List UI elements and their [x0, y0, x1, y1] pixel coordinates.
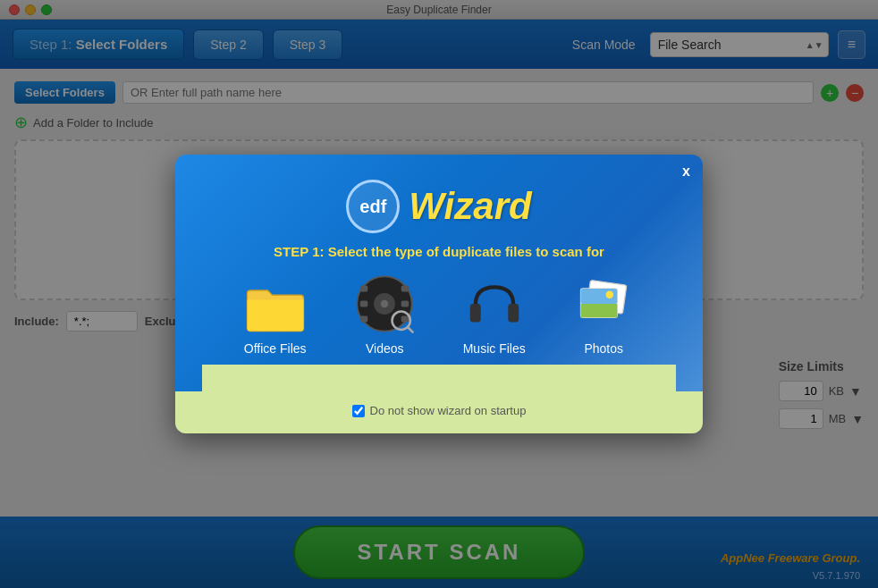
wizard-close-button[interactable]: x: [682, 164, 690, 180]
wizard-step-description: Select the type of duplicate files to sc…: [328, 244, 604, 259]
office-files-option[interactable]: Office Files: [244, 284, 307, 356]
modal-overlay: x edf Wizard STEP 1: Select the type of …: [0, 0, 878, 588]
svg-line-10: [408, 327, 414, 333]
svg-rect-4: [360, 301, 368, 307]
no-show-wizard-label[interactable]: Do not show wizard on startup: [352, 404, 527, 417]
wizard-title: Wizard: [409, 185, 531, 228]
photos-option[interactable]: Photos: [573, 273, 634, 356]
headphones-icon: [464, 273, 525, 334]
music-files-label: Music Files: [463, 341, 526, 356]
wizard-logo: edf: [346, 180, 400, 233]
svg-rect-8: [401, 316, 409, 323]
music-files-option[interactable]: Music Files: [463, 273, 526, 356]
folder-icon: [244, 284, 307, 334]
svg-rect-16: [581, 304, 618, 317]
svg-rect-12: [508, 304, 519, 322]
photos-label: Photos: [584, 341, 623, 356]
videos-label: Videos: [366, 341, 404, 356]
wizard-icons-row: Office Files: [202, 273, 676, 365]
no-show-wizard-text: Do not show wizard on startup: [370, 404, 527, 417]
no-show-wizard-checkbox[interactable]: [352, 405, 365, 417]
svg-rect-6: [401, 286, 409, 292]
svg-rect-7: [401, 301, 409, 307]
wizard-step-text: STEP 1: Select the type of duplicate fil…: [202, 244, 676, 259]
wizard-dialog: x edf Wizard STEP 1: Select the type of …: [175, 155, 703, 433]
svg-rect-11: [470, 304, 481, 322]
wizard-bottom: Do not show wizard on startup: [175, 391, 703, 433]
svg-point-17: [606, 291, 614, 299]
wizard-top: x edf Wizard STEP 1: Select the type of …: [175, 155, 703, 391]
photos-icon: [573, 273, 634, 334]
office-files-label: Office Files: [244, 341, 307, 356]
svg-rect-5: [360, 316, 368, 323]
svg-rect-3: [360, 286, 368, 292]
film-reel-icon: [354, 273, 415, 334]
wizard-logo-area: edf Wizard: [202, 180, 676, 233]
wizard-wave: [202, 365, 676, 391]
videos-option[interactable]: Videos: [354, 273, 415, 356]
svg-point-2: [381, 300, 389, 308]
wizard-step-label: STEP 1:: [274, 244, 324, 259]
